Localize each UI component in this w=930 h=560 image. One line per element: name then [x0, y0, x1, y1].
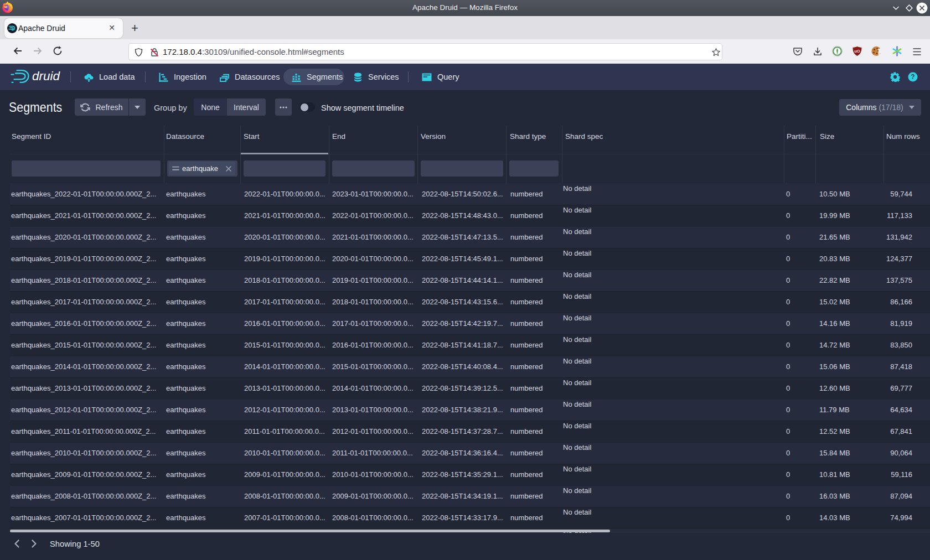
svg-text:?: ? [911, 73, 914, 81]
svg-text:uO: uO [854, 49, 860, 54]
svg-text:druid: druid [32, 69, 61, 83]
